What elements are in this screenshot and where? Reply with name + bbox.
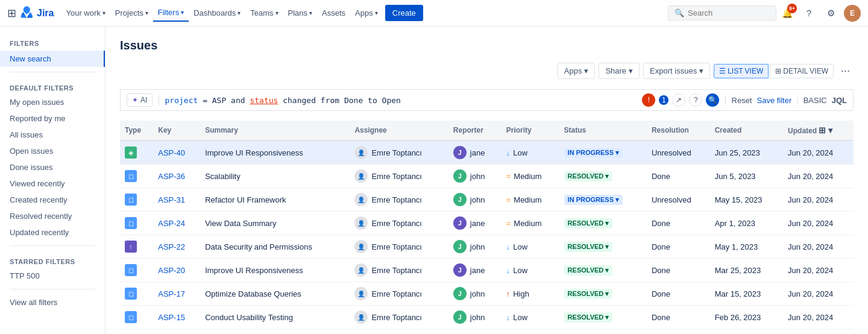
nav-item-plans[interactable]: Plans▾ — [283, 5, 318, 21]
table-row[interactable]: ◻ASP-31Refactor UI Framework👤Emre Toptan… — [120, 188, 854, 212]
query-error-icon[interactable]: ! — [642, 93, 655, 107]
status-badge[interactable]: IN PROGRESS ▾ — [564, 195, 623, 205]
issue-key-link[interactable]: ASP-40 — [158, 148, 185, 157]
detail-view-button[interactable]: ⊞ DETAIL VIEW — [770, 64, 834, 78]
table-row[interactable]: ↑ASP-22Data Security and Permissions👤Emr… — [120, 235, 854, 259]
table-row[interactable]: ◻ASP-24View Data Summary👤Emre ToptancıJj… — [120, 212, 854, 235]
table-row[interactable]: ◻ASP-36Scalability👤Emre ToptancıJjohn=Me… — [120, 165, 854, 188]
sidebar-item-resolved-recently[interactable]: Resolved recently — [0, 208, 105, 224]
query-info-icon[interactable]: ? — [689, 93, 702, 107]
nav-logo[interactable]: ⊞ Jira — [7, 5, 54, 20]
sidebar-item-open-issues[interactable]: Open issues — [0, 143, 105, 159]
apps-button[interactable]: Apps ▾ — [558, 63, 596, 79]
col-toggle-icon[interactable]: ⊞ — [819, 125, 826, 135]
status-badge[interactable]: RESOLVED ▾ — [564, 312, 613, 323]
issue-key-link[interactable]: ASP-20 — [158, 266, 185, 275]
assignee-avatar: 👤 — [354, 216, 368, 230]
sidebar-item-created-recently[interactable]: Created recently — [0, 192, 105, 208]
issue-key-link[interactable]: ASP-31 — [158, 195, 185, 204]
reporter-name: john — [470, 242, 485, 251]
save-filter-link[interactable]: Save filter — [756, 96, 791, 105]
query-display[interactable]: project = ASP and status changed from Do… — [165, 96, 638, 105]
sidebar-item-done-issues[interactable]: Done issues — [0, 159, 105, 175]
export-button[interactable]: Export issues ▾ — [643, 63, 710, 79]
assignee-name: Emre Toptancı — [371, 266, 422, 275]
resolution-cell: Done — [647, 235, 710, 259]
nav-item-projects[interactable]: Projects▾ — [110, 5, 153, 21]
type-icon-task: ◻ — [125, 288, 137, 300]
notifications-button[interactable]: 🔔 9+ — [779, 5, 796, 22]
col-chevron-icon[interactable]: ▾ — [828, 125, 832, 135]
sidebar-item-viewed-recently[interactable]: Viewed recently — [0, 175, 105, 192]
created-date: Apr 1, 2023 — [710, 212, 783, 235]
search-input[interactable] — [688, 8, 760, 17]
nav-item-teams[interactable]: Teams▾ — [245, 5, 283, 21]
sidebar-item-updated-recently[interactable]: Updated recently — [0, 224, 105, 241]
resolution-cell: Done — [647, 306, 710, 329]
export-label: Export issues — [650, 66, 697, 75]
updated-date: Jun 20, 2024 — [783, 282, 854, 306]
query-search-icon[interactable]: 🔍 — [706, 93, 719, 107]
table-row[interactable]: ◻ASP-17Optimize Database Queries👤Emre To… — [120, 282, 854, 306]
issue-key-link[interactable]: ASP-15 — [158, 313, 185, 322]
table-row[interactable]: ◻ASP-20Improve UI Responsiveness👤Emre To… — [120, 259, 854, 282]
nav-item-apps[interactable]: Apps▾ — [350, 5, 383, 21]
status-badge[interactable]: RESOLVED ▾ — [564, 242, 613, 252]
assignee-name: Emre Toptancı — [371, 289, 422, 298]
sidebar-starred-item[interactable]: TTP 500 — [0, 268, 105, 284]
issue-key-link[interactable]: ASP-24 — [158, 219, 185, 228]
sidebar-starred-divider — [10, 245, 95, 246]
table-body: ◈ASP-40Improve UI Responsiveness👤Emre To… — [120, 140, 854, 329]
avatar[interactable]: E — [844, 5, 861, 22]
status-badge[interactable]: RESOLVED ▾ — [564, 289, 613, 299]
sidebar-item-reported-by-me[interactable]: Reported by me — [0, 110, 105, 127]
help-button[interactable]: ? — [800, 5, 817, 22]
col-assignee: Assignee — [350, 121, 448, 140]
issue-key-link[interactable]: ASP-22 — [158, 242, 185, 251]
share-button[interactable]: Share ▾ — [599, 63, 640, 79]
issue-summary-link[interactable]: Refactor UI Framework — [205, 195, 286, 204]
created-date: Jun 25, 2023 — [710, 140, 783, 165]
issue-summary-link[interactable]: Optimize Database Queries — [205, 289, 301, 298]
assignee-name: Emre Toptancı — [371, 148, 422, 157]
nav-item-filters[interactable]: Filters▾ — [153, 4, 189, 22]
type-icon-task: ◻ — [125, 194, 137, 206]
nav-item-assets[interactable]: Assets — [317, 5, 350, 21]
issue-summary-link[interactable]: Scalability — [205, 172, 241, 181]
status-badge[interactable]: IN PROGRESS ▾ — [564, 148, 623, 158]
jql-link[interactable]: JQL — [832, 96, 847, 105]
status-badge[interactable]: RESOLVED ▾ — [564, 218, 613, 228]
query-expand-icon[interactable]: ↗ — [672, 93, 685, 107]
issue-summary-link[interactable]: View Data Summary — [205, 219, 276, 228]
sidebar-item-view-all[interactable]: View all filters — [0, 294, 105, 310]
create-button[interactable]: Create — [385, 5, 423, 21]
issue-summary-link[interactable]: Data Security and Permissions — [205, 242, 312, 251]
sidebar-item-my-open-issues[interactable]: My open issues — [0, 94, 105, 110]
issue-summary-link[interactable]: Conduct Usability Testing — [205, 313, 293, 322]
jira-logo-icon — [20, 5, 33, 20]
basic-link[interactable]: BASIC — [804, 96, 827, 105]
search-bar[interactable]: 🔍 — [668, 5, 776, 20]
settings-button[interactable]: ⚙ — [822, 5, 839, 22]
jira-logo-text: Jira — [37, 8, 54, 19]
issue-summary-link[interactable]: Improve UI Responsiveness — [205, 148, 303, 157]
nav-item-dashboards[interactable]: Dashboards▾ — [189, 5, 245, 21]
status-badge[interactable]: RESOLVED ▾ — [564, 265, 613, 276]
table-row[interactable]: ◈ASP-40Improve UI Responsiveness👤Emre To… — [120, 140, 854, 165]
list-view-button[interactable]: ☰ LIST VIEW — [714, 64, 769, 78]
issue-key-link[interactable]: ASP-36 — [158, 172, 185, 181]
resolution-cell: Unresolved — [647, 188, 710, 212]
reset-link[interactable]: Reset — [732, 96, 752, 105]
reporter-cell: Jjohn — [453, 193, 497, 206]
ai-button[interactable]: ✦ AI — [127, 93, 153, 107]
nav-chevron-icon: ▾ — [102, 10, 105, 16]
sidebar-item-new-search[interactable]: New search — [0, 51, 105, 67]
issue-summary-link[interactable]: Improve UI Responsiveness — [205, 266, 303, 275]
status-badge[interactable]: RESOLVED ▾ — [564, 171, 613, 181]
table-row[interactable]: ◻ASP-15Conduct Usability Testing👤Emre To… — [120, 306, 854, 329]
issue-key-link[interactable]: ASP-17 — [158, 289, 185, 298]
more-options-button[interactable]: ··· — [837, 62, 854, 80]
nav-item-your-work[interactable]: Your work▾ — [61, 5, 110, 21]
reporter-name: jane — [470, 266, 485, 275]
sidebar-item-all-issues[interactable]: All issues — [0, 127, 105, 143]
